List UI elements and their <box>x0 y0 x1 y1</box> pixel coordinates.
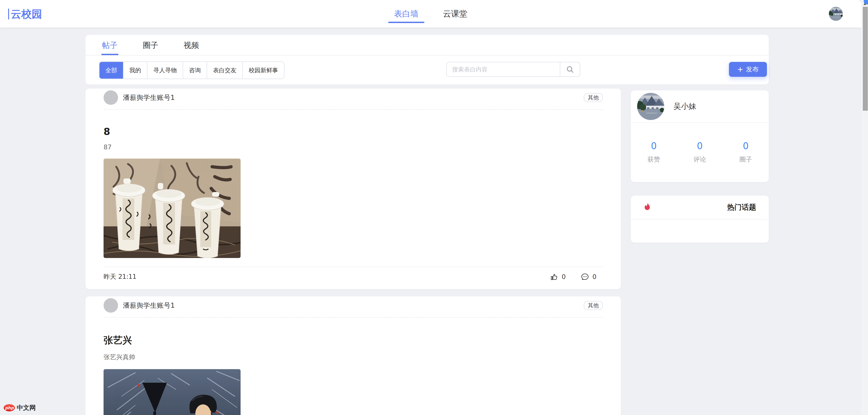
filter-confession-friends[interactable]: 表白交友 <box>207 62 242 79</box>
profile-header: 吴小妹 <box>631 90 769 123</box>
hot-topics-header: 热门话题 <box>631 196 769 219</box>
post-author-name[interactable]: 潘薪舆学生账号1 <box>123 93 175 102</box>
category-filter-group: 全部 我的 寻人寻物 咨询 表白交友 校园新鲜事 <box>99 62 284 79</box>
filter-consult[interactable]: 咨询 <box>183 62 207 79</box>
post-category-tag: 其他 <box>584 301 603 310</box>
avatar-landscape-image <box>829 7 843 21</box>
publish-label: 发布 <box>746 65 758 74</box>
tab-videos[interactable]: 视频 <box>184 35 199 55</box>
tab-circles[interactable]: 圈子 <box>143 35 158 55</box>
tab-posts[interactable]: 帖子 <box>102 35 118 55</box>
post-body: 张艺兴真帅 <box>103 353 603 361</box>
stat-value: 0 <box>631 141 677 151</box>
php-cn-watermark: php 中文网 <box>4 404 36 412</box>
publish-button[interactable]: + 发布 <box>729 62 767 77</box>
like-count: 0 <box>562 273 566 281</box>
stat-circles[interactable]: 0 圈子 <box>723 141 769 164</box>
user-avatar[interactable] <box>829 7 843 21</box>
profile-avatar[interactable] <box>637 93 664 120</box>
feed-controls-card: 帖子 圈子 视频 全部 我的 寻人寻物 咨询 表白交友 校园新鲜事 <box>86 35 769 84</box>
hot-topics-title: 热门话题 <box>727 202 756 212</box>
post-header: 潘薪舆学生账号1 其他 <box>103 297 603 318</box>
comment-button[interactable]: 0 <box>581 273 596 281</box>
stat-value: 0 <box>723 141 769 151</box>
scrollbar-thumb[interactable] <box>863 7 868 111</box>
search-button[interactable] <box>560 62 580 76</box>
profile-stats: 0 获赞 0 评论 0 圈子 <box>631 123 769 182</box>
post-category-tag: 其他 <box>584 93 603 102</box>
filter-campus-news[interactable]: 校园新鲜事 <box>242 62 284 79</box>
post-body: 87 <box>103 143 603 151</box>
filter-lost-found[interactable]: 寻人寻物 <box>147 62 183 79</box>
post-author-avatar[interactable] <box>103 90 118 105</box>
content-tabs: 帖子 圈子 视频 <box>86 35 769 56</box>
post-author-avatar[interactable] <box>103 298 118 313</box>
hot-topics-card: 热门话题 <box>631 196 769 243</box>
post-header: 潘薪舆学生账号1 其他 <box>103 89 603 110</box>
stat-likes[interactable]: 0 获赞 <box>631 141 677 164</box>
filter-all[interactable]: 全部 <box>99 62 123 79</box>
profile-card: 吴小妹 0 获赞 0 评论 0 圈子 <box>631 90 769 182</box>
profile-name[interactable]: 吴小妹 <box>673 101 696 112</box>
avatar-landscape-image <box>637 93 664 120</box>
post-title[interactable]: 8 <box>103 126 603 137</box>
filter-mine[interactable]: 我的 <box>123 62 147 79</box>
posts-list: 潘薪舆学生账号1 其他 8 87 <box>86 89 621 415</box>
stat-label: 评论 <box>677 155 723 164</box>
scrollbar[interactable]: ▲ <box>862 0 868 415</box>
search-input[interactable] <box>447 62 560 76</box>
stat-label: 圈子 <box>723 155 769 164</box>
post-card: 潘薪舆学生账号1 其他 张艺兴 张艺兴真帅 <box>86 297 621 415</box>
plus-icon: + <box>737 66 743 73</box>
stat-label: 获赞 <box>631 155 677 164</box>
post-title[interactable]: 张艺兴 <box>103 334 603 347</box>
php-badge: php <box>4 404 15 411</box>
stat-comments[interactable]: 0 评论 <box>677 141 723 164</box>
post-author-name[interactable]: 潘薪舆学生账号1 <box>123 301 175 310</box>
thumbs-up-icon <box>550 273 558 281</box>
nav-tab-confession-wall[interactable]: 表白墙 <box>382 0 431 28</box>
main-nav: 表白墙 云课堂 <box>0 0 862 28</box>
post-time: 昨天 21:11 <box>103 272 136 281</box>
post-actions: 0 0 <box>550 273 596 281</box>
search-icon <box>566 66 574 73</box>
post-card: 潘薪舆学生账号1 其他 8 87 <box>86 89 621 289</box>
top-navbar: 云校园 表白墙 云课堂 <box>0 0 862 28</box>
comment-count: 0 <box>592 273 596 281</box>
flame-icon <box>644 203 651 212</box>
page: 云校园 表白墙 云课堂 <box>0 0 868 415</box>
post-image-milk-tea-cups[interactable] <box>103 159 241 258</box>
like-button[interactable]: 0 <box>550 273 566 281</box>
nav-tab-cloud-classroom[interactable]: 云课堂 <box>431 0 479 28</box>
filter-row: 全部 我的 寻人寻物 咨询 表白交友 校园新鲜事 + 发布 <box>86 56 769 84</box>
post-image-concert-singer[interactable] <box>103 369 241 415</box>
post-footer: 昨天 21:11 0 <box>103 267 603 289</box>
search-box <box>446 62 580 77</box>
stat-value: 0 <box>677 141 723 151</box>
watermark-text: 中文网 <box>17 404 36 412</box>
comment-icon <box>581 273 589 281</box>
